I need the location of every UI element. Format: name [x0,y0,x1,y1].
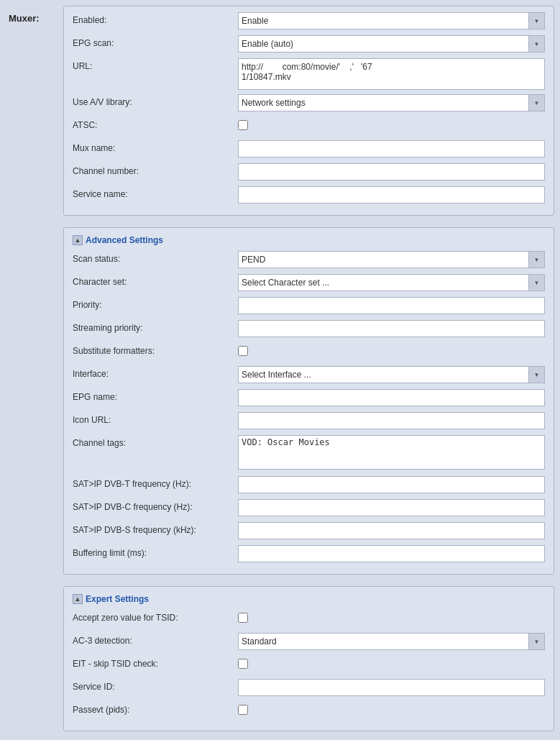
ac3-detection-wrap: Standard [238,633,545,650]
url-wrap: http:// com:80/movie/' ,' '671/10847.mkv [238,58,545,90]
url-row: URL: http:// com:80/movie/' ,' '671/1084… [73,58,545,90]
channel-number-row: Channel number: 0 [73,163,545,182]
sat-dvbc-wrap: 0 [238,499,545,516]
expert-settings-header: ▲ Expert Settings [73,594,545,604]
priority-input[interactable]: 0 [238,297,545,314]
interface-arrow[interactable] [529,366,545,383]
av-library-wrap: Network settings [238,94,545,111]
character-set-label: Character set: [73,274,238,287]
substitute-formatters-checkbox[interactable] [238,346,248,356]
icon-url-input[interactable]: http://clientportal.link:8080/images/040… [238,412,545,429]
sat-dvbc-row: SAT>IP DVB-C frequency (Hz): 0 [73,499,545,518]
interface-label: Interface: [73,366,238,379]
passevt-checkbox[interactable] [238,705,248,715]
scan-status-arrow[interactable] [529,251,545,268]
channel-number-wrap: 0 [238,163,545,181]
substitute-formatters-label: Substitute formatters: [73,343,238,356]
sat-dvbs-input[interactable]: 0 [238,522,545,539]
page-container: Muxer: Enabled: Enable Disable EPG sc [0,0,560,740]
sat-dvbs-label: SAT>IP DVB-S frequency (kHz): [73,522,238,535]
accept-zero-tsid-row: Accept zero value for TSID: [73,610,545,629]
mux-name-label: Mux name: [73,140,238,153]
advanced-toggle[interactable]: ▲ [73,235,83,245]
atsc-label: ATSC: [73,117,238,130]
service-name-label: Service name: [73,186,238,199]
enabled-select-wrap: Enable Disable [238,12,545,29]
epg-name-input[interactable] [238,389,545,406]
interface-wrap: Select Interface ... [238,366,545,383]
streaming-priority-input[interactable]: 0 [238,320,545,337]
epg-scan-label: EPG scan: [73,35,238,48]
character-set-row: Character set: Select Character set ... [73,274,545,293]
av-library-arrow[interactable] [529,94,545,111]
interface-row: Interface: Select Interface ... [73,366,545,385]
atsc-wrap [238,117,545,132]
atsc-checkbox[interactable] [238,120,248,130]
sat-dvbc-input[interactable]: 0 [238,499,545,516]
ac3-detection-label: AC-3 detection: [73,633,238,646]
sat-dvbt-label: SAT>IP DVB-T frequency (Hz): [73,476,238,489]
ac3-detection-arrow[interactable] [529,633,545,650]
sat-dvbt-wrap: 0 [238,476,545,493]
scan-status-label: Scan status: [73,251,238,264]
muxer-label: Muxer: [6,6,63,24]
streaming-priority-wrap: 0 [238,320,545,337]
passevt-row: Passevt (pids): [73,702,545,721]
channel-number-input[interactable]: 0 [238,163,545,181]
enabled-select[interactable]: Enable Disable [238,12,529,29]
eit-skip-label: EIT - skip TSID check: [73,656,238,669]
sat-dvbt-input[interactable]: 0 [238,476,545,493]
passevt-wrap [238,702,545,717]
scan-status-select[interactable]: PEND OK FAIL [238,251,529,268]
substitute-formatters-wrap [238,343,545,358]
channel-tags-wrap: VOD: Oscar Movies [238,435,545,472]
mux-name-input[interactable]: get.php - All the Kings Men [1949] [238,140,545,157]
enabled-select-arrow[interactable] [529,12,545,29]
character-set-select[interactable]: Select Character set ... [238,274,529,291]
eit-skip-checkbox[interactable] [238,659,248,669]
url-label: URL: [73,58,238,71]
service-id-wrap: 0 [238,679,545,696]
epg-name-wrap [238,389,545,406]
buffering-limit-row: Buffering limit (ms): 0 [73,545,545,564]
substitute-formatters-row: Substitute formatters: [73,343,545,362]
service-name-input[interactable]: All the Kings Men [1949] [238,186,545,204]
service-id-row: Service ID: 0 [73,679,545,698]
service-id-input[interactable]: 0 [238,679,545,696]
epg-scan-row: EPG scan: Enable (auto) Disable [73,35,545,54]
scan-status-wrap: PEND OK FAIL [238,251,545,268]
av-library-select[interactable]: Network settings [238,94,529,111]
service-name-wrap: All the Kings Men [1949] [238,186,545,204]
channel-tags-textarea[interactable]: VOD: Oscar Movies [238,435,545,470]
epg-scan-arrow[interactable] [529,35,545,52]
channel-number-label: Channel number: [73,163,238,176]
scan-status-row: Scan status: PEND OK FAIL [73,251,545,270]
sat-dvbs-wrap: 0 [238,522,545,539]
streaming-priority-row: Streaming priority: 0 [73,320,545,339]
epg-scan-select[interactable]: Enable (auto) Disable [238,35,529,52]
accept-zero-tsid-checkbox[interactable] [238,613,248,623]
epg-name-label: EPG name: [73,389,238,402]
url-display[interactable]: http:// com:80/movie/' ,' '671/10847.mkv [238,58,545,90]
service-id-label: Service ID: [73,679,238,692]
ac3-detection-select[interactable]: Standard [238,633,529,650]
accept-zero-tsid-wrap [238,610,545,625]
priority-row: Priority: 0 [73,297,545,316]
priority-label: Priority: [73,297,238,310]
expert-toggle[interactable]: ▲ [73,594,83,604]
icon-url-row: Icon URL: http://clientportal.link:8080/… [73,412,545,431]
character-set-arrow[interactable] [529,274,545,291]
expert-settings-title: Expert Settings [86,594,149,604]
enabled-row: Enabled: Enable Disable [73,12,545,31]
icon-url-wrap: http://clientportal.link:8080/images/040… [238,412,545,429]
atsc-row: ATSC: [73,117,545,136]
service-name-row: Service name: All the Kings Men [1949] [73,186,545,205]
buffering-limit-input[interactable]: 0 [238,545,545,562]
interface-select[interactable]: Select Interface ... [238,366,529,383]
passevt-label: Passevt (pids): [73,702,238,715]
streaming-priority-label: Streaming priority: [73,320,238,333]
mux-name-row: Mux name: get.php - All the Kings Men [1… [73,140,545,159]
buffering-limit-label: Buffering limit (ms): [73,545,238,558]
eit-skip-row: EIT - skip TSID check: [73,656,545,675]
enabled-label: Enabled: [73,12,238,25]
